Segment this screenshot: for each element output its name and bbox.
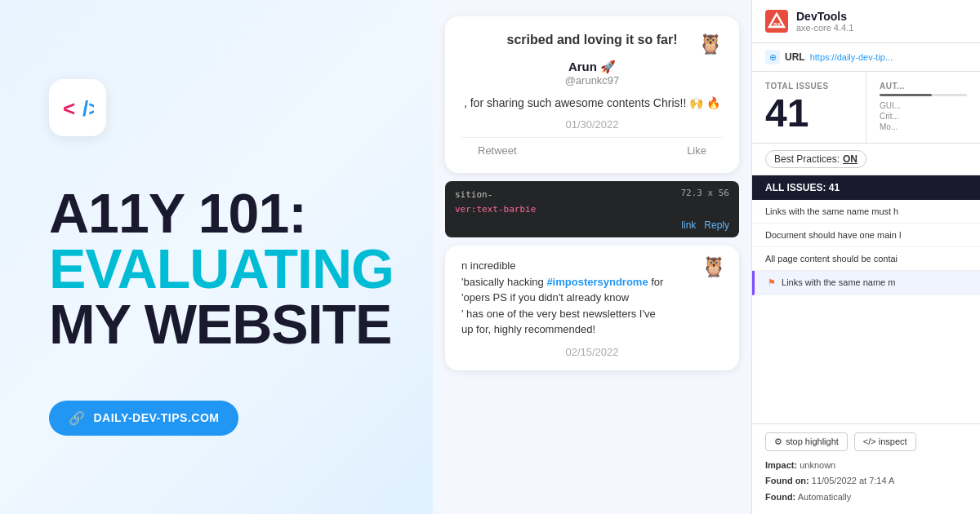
issue-detail-actions: ⚙ stop highlight </> inspect <box>765 432 967 451</box>
issue-1-text: Links with the same name must h <box>765 206 898 216</box>
left-panel: < /> A11Y 101: EVALUATING MY WEBSITE 🔗 D… <box>0 0 433 514</box>
best-practices-on: ON <box>843 153 858 165</box>
tweet-handle: @arunkc97 <box>565 74 620 86</box>
globe-icon: ⊕ <box>765 50 780 64</box>
svg-text:/>: /> <box>82 96 94 121</box>
debug-dimensions: 72.3 x 56 <box>680 188 729 198</box>
inspect-label: </> inspect <box>863 436 907 446</box>
tweet2-text3: 'opers PS if you didn't already know <box>461 291 629 304</box>
debug-line2: ver:text-barbie <box>455 204 536 215</box>
tweet-date-2: 02/15/2022 <box>461 346 723 358</box>
url-value[interactable]: https://daily-dev-tip... <box>810 52 893 62</box>
auto-label: AUT... <box>880 82 967 91</box>
title-line2: EVALUATING <box>49 241 394 296</box>
axe-logo: ax <box>765 10 788 33</box>
title-line3: MY WEBSITE <box>49 296 394 352</box>
owl-icon-2: 🦉 <box>702 255 726 278</box>
found-label: Found: <box>765 492 795 502</box>
best-practices-label: Best Practices: <box>774 153 840 165</box>
tweet2-text2: 'basically hacking #impostersyndrome for <box>461 276 663 288</box>
impact-value: unknown <box>800 460 835 470</box>
devtools-stats: TOTAL ISSUES 41 AUT... GUI... Crit... Mo… <box>752 72 980 144</box>
tweet-card-2: 🦉 n incredible 'basically hacking #impos… <box>445 246 739 370</box>
best-practices-row: Best Practices: ON <box>752 144 980 175</box>
gear-icon: ⚙ <box>774 436 782 447</box>
found-value: Automatically <box>798 492 851 502</box>
more-label: Mo... <box>880 122 967 131</box>
middle-panel: scribed and loving it so far! Arun 🚀 @ar… <box>433 0 751 514</box>
issue-item-4[interactable]: ⚑ Links with the same name m <box>752 271 980 295</box>
impact-label: Impact: <box>765 460 797 470</box>
tweet-card-1: scribed and loving it so far! Arun 🚀 @ar… <box>445 16 739 173</box>
url-label: URL <box>785 51 805 63</box>
total-issues-label: TOTAL ISSUES <box>765 82 853 91</box>
tweet-content-1: , for sharing such awesome contents Chri… <box>461 95 723 112</box>
svg-text:<: < <box>63 96 75 121</box>
debug-overlay: sition- ver:text-barbie 72.3 x 56 link R… <box>445 181 739 237</box>
all-issues-header: ALL ISSUES: 41 <box>752 175 980 200</box>
stop-highlight-label: stop highlight <box>786 436 839 446</box>
inspect-button[interactable]: </> inspect <box>854 432 916 451</box>
tweet-user: Arun 🚀 @arunkc97 <box>461 60 723 86</box>
hashtag-impostersyndrome: #impostersyndrome <box>546 276 648 288</box>
guide-label: GUI... <box>880 101 967 110</box>
link-icon: 🔗 <box>69 410 86 426</box>
flag-icon: ⚑ <box>768 277 776 287</box>
debug-link[interactable]: link <box>681 219 696 231</box>
debug-actions: link Reply <box>455 219 729 231</box>
tweet2-text4: ' has one of the very best newsletters I… <box>461 308 656 320</box>
found-on-value: 11/05/2022 at 7:14 A <box>812 476 895 485</box>
tweet-date-1: 01/30/2022 <box>461 118 723 131</box>
issue-detail: ⚙ stop highlight </> inspect Impact: unk… <box>752 423 980 514</box>
devtools-version: axe-core 4.4.1 <box>796 23 853 33</box>
auto-bar <box>880 94 967 96</box>
issue-item-3[interactable]: All page content should be contai <box>752 247 980 271</box>
issue-2-text: Document should have one main l <box>765 230 901 240</box>
issue-list: Links with the same name must h Document… <box>752 200 980 423</box>
svg-text:ax: ax <box>773 20 781 28</box>
tweet2-text5: up for, highly recommended! <box>461 323 595 335</box>
found-on-label: Found on: <box>765 476 809 485</box>
issue-4-text: Links with the same name m <box>782 277 895 287</box>
main-title: A11Y 101: EVALUATING MY WEBSITE <box>49 185 394 352</box>
issue-item-1[interactable]: Links with the same name must h <box>752 200 980 224</box>
devtools-title-block: DevTools axe-core 4.4.1 <box>796 10 853 33</box>
title-line1: A11Y 101: <box>49 185 394 241</box>
stat-total-issues: TOTAL ISSUES 41 <box>752 72 866 143</box>
stop-highlight-button[interactable]: ⚙ stop highlight <box>765 432 848 451</box>
debug-reply[interactable]: Reply <box>704 219 729 231</box>
like-button[interactable]: Like <box>687 144 706 157</box>
devtools-name: DevTools <box>796 10 853 23</box>
stat-auto: AUT... GUI... Crit... Mo... <box>866 72 980 143</box>
devtools-header: ax DevTools axe-core 4.4.1 <box>752 0 980 43</box>
right-panel: ax DevTools axe-core 4.4.1 ⊕ URL https:/… <box>751 0 980 514</box>
issue-item-2[interactable]: Document should have one main l <box>752 224 980 247</box>
crit-label: Crit... <box>880 112 967 121</box>
best-practices-badge[interactable]: Best Practices: ON <box>765 150 866 168</box>
code-logo-svg: < /> <box>61 91 94 124</box>
tweet-header: scribed and loving it so far! <box>461 33 723 47</box>
logo-icon: < /> <box>49 79 106 136</box>
owl-icon-1: 🦉 <box>698 33 723 55</box>
debug-line1: sition- <box>455 189 492 200</box>
url-badge-label: DAILY-DEV-TIPS.COM <box>94 411 220 424</box>
devtools-url-row: ⊕ URL https://daily-dev-tip... <box>752 43 980 72</box>
axe-logo-svg: ax <box>768 12 786 30</box>
retweet-button[interactable]: Retweet <box>478 144 517 157</box>
tweet-content-2: n incredible 'basically hacking #imposte… <box>461 258 723 338</box>
total-issues-count: 41 <box>765 94 853 133</box>
url-badge[interactable]: 🔗 DAILY-DEV-TIPS.COM <box>49 401 238 436</box>
tweet-actions-1: Retweet Like <box>461 137 723 157</box>
tweet-username: Arun 🚀 <box>568 60 616 74</box>
issue-3-text: All page content should be contai <box>765 254 898 264</box>
issue-detail-meta: Impact: unknown Found on: 11/05/2022 at … <box>765 458 967 506</box>
tweet2-text1: n incredible <box>461 259 516 272</box>
